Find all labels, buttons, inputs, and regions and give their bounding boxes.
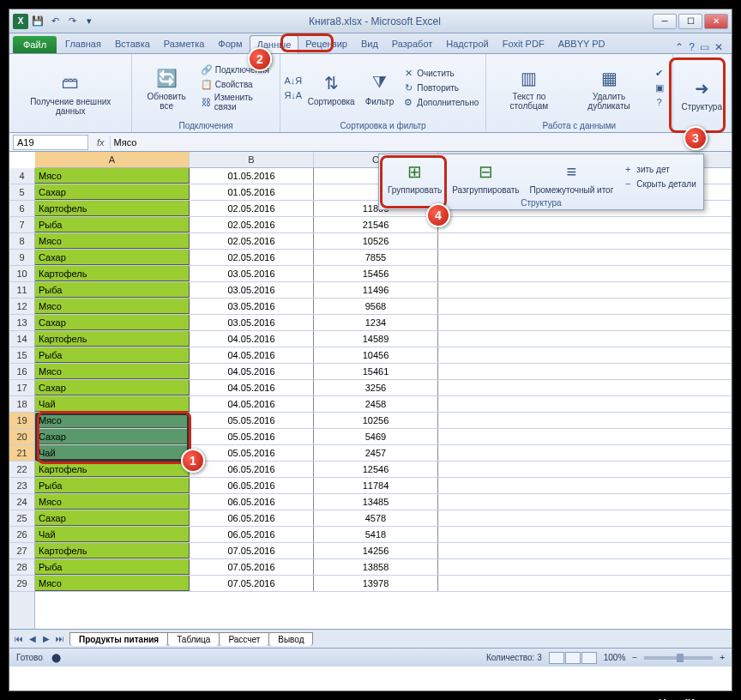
cell[interactable] (438, 347, 732, 363)
cell[interactable]: Картофель (35, 543, 190, 558)
cell[interactable]: Сахар (35, 380, 190, 395)
row-header[interactable]: 13 (9, 315, 34, 331)
cell[interactable]: 02.05.2016 (190, 201, 314, 216)
cell[interactable]: Сахар (35, 429, 190, 444)
cell[interactable] (438, 315, 732, 330)
cell[interactable]: 03.05.2016 (190, 282, 314, 298)
sheet-first-icon[interactable]: ⏮ (13, 634, 25, 643)
cell[interactable] (438, 478, 732, 493)
cell[interactable]: 12546 (314, 462, 438, 477)
ribbon-tab-разметка[interactable]: Разметка (157, 35, 212, 53)
zoom-slider[interactable] (644, 656, 713, 660)
layout-view-button[interactable] (565, 652, 581, 664)
whatif-button[interactable]: ? (652, 95, 667, 109)
cell[interactable]: 5469 (314, 429, 438, 444)
cell[interactable] (438, 527, 732, 542)
column-header-b[interactable]: B (190, 152, 314, 167)
cell[interactable] (438, 380, 732, 395)
redo-icon[interactable]: ↷ (64, 14, 80, 29)
cell[interactable]: Мясо (35, 494, 190, 510)
cell[interactable] (438, 576, 732, 591)
cell[interactable] (438, 429, 732, 444)
cell[interactable]: 21546 (314, 217, 438, 232)
cell[interactable]: 13858 (314, 559, 438, 575)
cell[interactable]: 06.05.2016 (190, 527, 314, 542)
row-header[interactable]: 9 (9, 250, 34, 266)
cell[interactable]: 10256 (314, 413, 438, 428)
advanced-button[interactable]: ⚙Дополнительно (401, 95, 480, 109)
ribbon-tab-abbyy pd[interactable]: ABBYY PD (551, 35, 612, 53)
row-header[interactable]: 15 (9, 347, 34, 364)
cell[interactable]: 04.05.2016 (190, 347, 314, 363)
group-button[interactable]: ⊞ Группировать (384, 156, 445, 196)
name-box[interactable]: A19 (13, 135, 88, 150)
row-header[interactable]: 22 (9, 462, 34, 478)
cell[interactable]: Сахар (35, 510, 190, 526)
cell[interactable]: Картофель (35, 331, 190, 347)
sort-az-button[interactable]: А↓Я (286, 74, 301, 88)
show-detail-button[interactable]: +зить дет (620, 162, 697, 176)
undo-icon[interactable]: ↶ (47, 14, 63, 29)
doc-close-icon[interactable]: ✕ (714, 41, 723, 53)
row-header[interactable]: 19 (9, 413, 34, 429)
save-icon[interactable]: 💾 (30, 14, 45, 29)
cell[interactable]: Рыба (35, 478, 190, 493)
minimize-button[interactable]: ─ (653, 14, 677, 29)
cell[interactable] (438, 282, 732, 298)
cell[interactable] (438, 250, 732, 265)
cell[interactable]: 01.05.2016 (190, 184, 314, 200)
help-icon[interactable]: ? (689, 41, 695, 53)
sheet-prev-icon[interactable]: ◀ (27, 634, 39, 643)
sheet-next-icon[interactable]: ▶ (40, 634, 52, 643)
cell[interactable] (438, 462, 732, 477)
cell[interactable]: 5418 (314, 527, 438, 542)
window-opt-icon[interactable]: ▭ (700, 41, 709, 53)
clear-filter-button[interactable]: ✕Очистить (401, 66, 480, 80)
cell[interactable]: 06.05.2016 (190, 462, 314, 477)
cell[interactable]: 06.05.2016 (190, 494, 314, 510)
cell[interactable]: Мясо (35, 168, 190, 184)
ribbon-tab-вставка[interactable]: Вставка (108, 35, 157, 53)
minimize-ribbon-icon[interactable]: ⌃ (675, 41, 684, 53)
cell[interactable]: 2458 (314, 396, 438, 412)
row-header[interactable]: 28 (9, 559, 34, 576)
row-header[interactable]: 21 (9, 445, 34, 462)
row-header[interactable]: 11 (9, 282, 34, 299)
cell[interactable]: 02.05.2016 (190, 250, 314, 265)
remove-duplicates-button[interactable]: ▦ Удалить дубликаты (570, 63, 648, 112)
cell[interactable]: 15461 (314, 364, 438, 379)
cell[interactable] (438, 494, 732, 510)
row-header[interactable]: 23 (9, 478, 34, 494)
text-to-columns-button[interactable]: ▥ Текст по столбцам (491, 63, 566, 112)
ribbon-tab-foxit pdf[interactable]: Foxit PDF (496, 35, 551, 53)
cell[interactable]: 14589 (314, 331, 438, 347)
cell[interactable]: Мясо (35, 576, 190, 591)
cell[interactable] (438, 396, 732, 412)
cell[interactable]: 05.05.2016 (190, 429, 314, 444)
cell[interactable]: 3256 (314, 380, 438, 395)
zoom-in-button[interactable]: + (720, 653, 725, 662)
row-header[interactable]: 6 (9, 201, 34, 217)
cell[interactable]: 03.05.2016 (190, 315, 314, 330)
ribbon-tab-главная[interactable]: Главная (58, 35, 108, 53)
edit-links-button[interactable]: ⛓Изменить связи (199, 92, 274, 112)
cell[interactable]: Картофель (35, 462, 190, 477)
cell[interactable]: 07.05.2016 (190, 576, 314, 591)
row-header[interactable]: 29 (9, 576, 34, 592)
get-external-data-button[interactable]: 🗃 Получение внешних данных (15, 68, 126, 118)
cell[interactable]: 11784 (314, 478, 438, 493)
filter-button[interactable]: ⧩ Фильтр (362, 68, 398, 108)
normal-view-button[interactable] (549, 652, 564, 664)
cell[interactable] (438, 413, 732, 428)
reapply-button[interactable]: ↻Повторить (401, 81, 480, 94)
cell[interactable]: 05.05.2016 (190, 445, 314, 461)
cell[interactable] (438, 543, 732, 558)
cell[interactable]: 9568 (314, 299, 438, 314)
sort-button[interactable]: ⇅ Сортировка (304, 68, 358, 108)
cell[interactable]: Мясо (35, 413, 190, 428)
row-header[interactable]: 16 (9, 364, 34, 380)
cell[interactable]: 04.05.2016 (190, 396, 314, 412)
cell[interactable]: 10526 (314, 233, 438, 249)
cell[interactable]: 04.05.2016 (190, 331, 314, 347)
row-header[interactable]: 4 (9, 168, 34, 184)
